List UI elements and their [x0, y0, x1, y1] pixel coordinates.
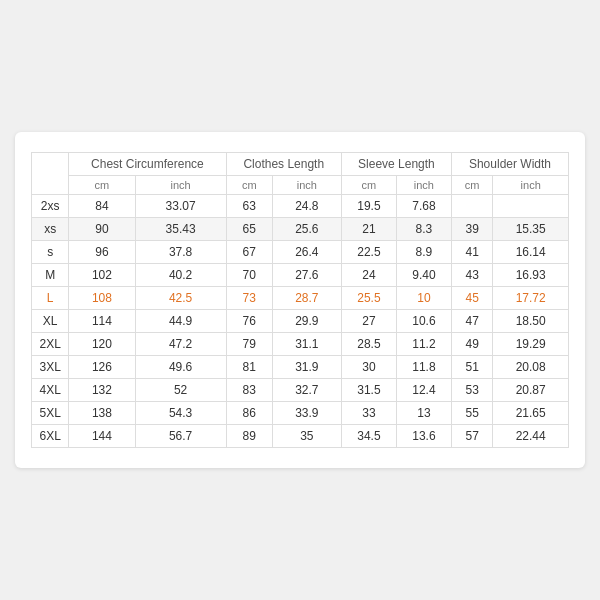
size-cell-6XL: 6XL: [32, 425, 69, 448]
data-cell: 53: [451, 379, 493, 402]
data-cell: 16.93: [493, 264, 569, 287]
size-cell-s: s: [32, 241, 69, 264]
sub-header-cm: cm: [226, 176, 272, 195]
data-cell: 73: [226, 287, 272, 310]
data-cell: 26.4: [272, 241, 341, 264]
data-cell: 81: [226, 356, 272, 379]
data-cell: 25.5: [341, 287, 396, 310]
data-cell: 83: [226, 379, 272, 402]
size-cell-2XL: 2XL: [32, 333, 69, 356]
data-cell: 65: [226, 218, 272, 241]
size-table: Chest Circumference Clothes Length Sleev…: [31, 152, 569, 448]
data-cell: 120: [69, 333, 135, 356]
size-label: [32, 153, 69, 195]
size-cell-M: M: [32, 264, 69, 287]
sub-header-inch: inch: [493, 176, 569, 195]
data-cell: 17.72: [493, 287, 569, 310]
data-cell: 12.4: [396, 379, 451, 402]
data-cell: 90: [69, 218, 135, 241]
data-cell: 10.6: [396, 310, 451, 333]
sleeve-header: Sleeve Length: [341, 153, 451, 176]
data-cell: 33: [341, 402, 396, 425]
data-cell: 25.6: [272, 218, 341, 241]
data-cell: 96: [69, 241, 135, 264]
data-cell: 31.5: [341, 379, 396, 402]
sub-header-cm: cm: [451, 176, 493, 195]
data-cell: 144: [69, 425, 135, 448]
data-cell: 31.1: [272, 333, 341, 356]
data-cell: [451, 195, 493, 218]
data-cell: 21: [341, 218, 396, 241]
size-cell-2xs: 2xs: [32, 195, 69, 218]
data-cell: 15.35: [493, 218, 569, 241]
data-cell: 49: [451, 333, 493, 356]
data-cell: 20.08: [493, 356, 569, 379]
data-cell: 8.3: [396, 218, 451, 241]
data-cell: 56.7: [135, 425, 226, 448]
data-cell: 138: [69, 402, 135, 425]
data-cell: 40.2: [135, 264, 226, 287]
data-cell: 51: [451, 356, 493, 379]
data-cell: 9.40: [396, 264, 451, 287]
data-cell: 22.44: [493, 425, 569, 448]
data-cell: 42.5: [135, 287, 226, 310]
size-cell-xs: xs: [32, 218, 69, 241]
data-cell: 49.6: [135, 356, 226, 379]
data-cell: 21.65: [493, 402, 569, 425]
data-cell: 30: [341, 356, 396, 379]
data-cell: 32.7: [272, 379, 341, 402]
data-cell: 13.6: [396, 425, 451, 448]
data-cell: 84: [69, 195, 135, 218]
data-cell: 11.8: [396, 356, 451, 379]
size-cell-4XL: 4XL: [32, 379, 69, 402]
size-cell-3XL: 3XL: [32, 356, 69, 379]
data-cell: 52: [135, 379, 226, 402]
data-cell: 28.5: [341, 333, 396, 356]
data-cell: 31.9: [272, 356, 341, 379]
data-cell: 35.43: [135, 218, 226, 241]
data-cell: 33.07: [135, 195, 226, 218]
data-cell: 24.8: [272, 195, 341, 218]
data-cell: 70: [226, 264, 272, 287]
size-cell-5XL: 5XL: [32, 402, 69, 425]
data-cell: 34.5: [341, 425, 396, 448]
data-cell: 8.9: [396, 241, 451, 264]
data-cell: 20.87: [493, 379, 569, 402]
data-cell: 86: [226, 402, 272, 425]
data-cell: 37.8: [135, 241, 226, 264]
size-cell-L: L: [32, 287, 69, 310]
data-cell: 132: [69, 379, 135, 402]
data-cell: 47: [451, 310, 493, 333]
sub-header-inch: inch: [135, 176, 226, 195]
data-cell: 79: [226, 333, 272, 356]
data-cell: 33.9: [272, 402, 341, 425]
data-cell: 44.9: [135, 310, 226, 333]
data-cell: 45: [451, 287, 493, 310]
data-cell: 27.6: [272, 264, 341, 287]
sub-header-cm: cm: [341, 176, 396, 195]
data-cell: 24: [341, 264, 396, 287]
data-cell: 67: [226, 241, 272, 264]
data-cell: 19.29: [493, 333, 569, 356]
data-cell: 102: [69, 264, 135, 287]
clothes-header: Clothes Length: [226, 153, 341, 176]
data-cell: 27: [341, 310, 396, 333]
data-cell: 114: [69, 310, 135, 333]
data-cell: 29.9: [272, 310, 341, 333]
data-cell: 22.5: [341, 241, 396, 264]
data-cell: 89: [226, 425, 272, 448]
data-cell: 47.2: [135, 333, 226, 356]
data-cell: 35: [272, 425, 341, 448]
sub-header-inch: inch: [396, 176, 451, 195]
data-cell: 76: [226, 310, 272, 333]
data-cell: 16.14: [493, 241, 569, 264]
data-cell: 10: [396, 287, 451, 310]
data-cell: 39: [451, 218, 493, 241]
data-cell: [493, 195, 569, 218]
data-cell: 57: [451, 425, 493, 448]
data-cell: 108: [69, 287, 135, 310]
sub-header-cm: cm: [69, 176, 135, 195]
data-cell: 43: [451, 264, 493, 287]
size-chart-card: Chest Circumference Clothes Length Sleev…: [15, 132, 585, 468]
size-cell-XL: XL: [32, 310, 69, 333]
